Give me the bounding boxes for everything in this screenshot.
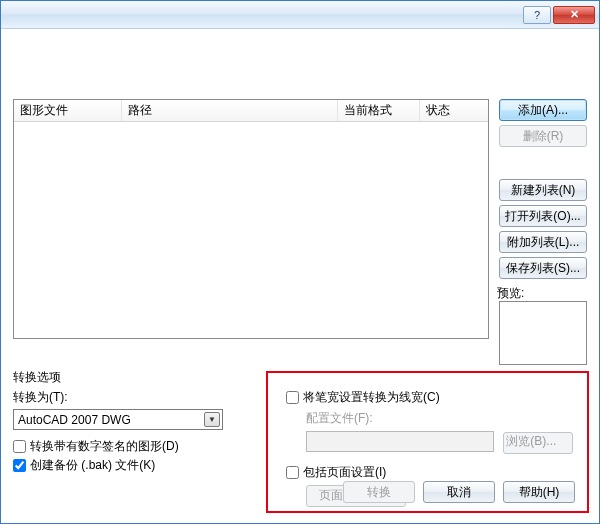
backup-label: 创建备份 (.bak) 文件(K) xyxy=(30,457,155,474)
include-page-label: 包括页面设置(I) xyxy=(303,464,386,481)
signed-checkbox-row[interactable]: 转换带有数字签名的图形(D) xyxy=(13,438,253,455)
signed-label: 转换带有数字签名的图形(D) xyxy=(30,438,179,455)
include-page-checkbox[interactable] xyxy=(286,466,299,479)
footer-buttons: 转换 取消 帮助(H) xyxy=(343,481,575,503)
preview-label: 预览: xyxy=(497,285,587,302)
remove-button: 删除(R) xyxy=(499,125,587,147)
convert-options: 转换选项 转换为(T): AutoCAD 2007 DWG ▼ 转换带有数字签名… xyxy=(13,369,253,476)
convert-button: 转换 xyxy=(343,481,415,503)
preview-box xyxy=(499,301,587,365)
config-file-input xyxy=(306,431,494,452)
title-bar: ? ✕ xyxy=(1,1,599,29)
penwidth-label: 将笔宽设置转换为线宽(C) xyxy=(303,389,440,406)
save-list-button[interactable]: 保存列表(S)... xyxy=(499,257,587,279)
col-path[interactable]: 路径 xyxy=(122,100,338,121)
convert-to-label: 转换为(T): xyxy=(13,389,253,406)
new-list-button[interactable]: 新建列表(N) xyxy=(499,179,587,201)
col-status[interactable]: 状态 xyxy=(420,100,488,121)
file-list-header: 图形文件 路径 当前格式 状态 xyxy=(14,100,488,122)
file-list[interactable]: 图形文件 路径 当前格式 状态 xyxy=(13,99,489,339)
close-button[interactable]: ✕ xyxy=(553,6,595,24)
client-area: 图形文件 路径 当前格式 状态 添加(A)... 删除(R) 新建列表(N) 打… xyxy=(1,29,599,523)
convert-to-combo[interactable]: AutoCAD 2007 DWG ▼ xyxy=(13,409,223,430)
append-list-button[interactable]: 附加列表(L)... xyxy=(499,231,587,253)
chevron-down-icon[interactable]: ▼ xyxy=(204,412,220,427)
col-format[interactable]: 当前格式 xyxy=(338,100,420,121)
dialog-window: ? ✕ 图形文件 路径 当前格式 状态 添加(A)... 删除(R) 新建列表(… xyxy=(0,0,600,524)
highlighted-settings: 将笔宽设置转换为线宽(C) 配置文件(F): 浏览(B)... 包括页面设置(I… xyxy=(266,371,589,513)
side-buttons: 添加(A)... 删除(R) 新建列表(N) 打开列表(O)... 附加列表(L… xyxy=(499,99,587,279)
cancel-button[interactable]: 取消 xyxy=(423,481,495,503)
add-button[interactable]: 添加(A)... xyxy=(499,99,587,121)
config-file-label: 配置文件(F): xyxy=(306,410,575,427)
help-footer-button[interactable]: 帮助(H) xyxy=(503,481,575,503)
convert-options-label: 转换选项 xyxy=(13,369,253,386)
backup-checkbox[interactable] xyxy=(13,459,26,472)
open-list-button[interactable]: 打开列表(O)... xyxy=(499,205,587,227)
signed-checkbox[interactable] xyxy=(13,440,26,453)
backup-checkbox-row[interactable]: 创建备份 (.bak) 文件(K) xyxy=(13,457,253,474)
convert-to-value: AutoCAD 2007 DWG xyxy=(18,413,131,427)
browse-button: 浏览(B)... xyxy=(503,432,573,454)
col-file[interactable]: 图形文件 xyxy=(14,100,122,121)
penwidth-checkbox-row[interactable]: 将笔宽设置转换为线宽(C) xyxy=(286,389,575,406)
include-page-checkbox-row[interactable]: 包括页面设置(I) xyxy=(286,464,575,481)
penwidth-checkbox[interactable] xyxy=(286,391,299,404)
help-button[interactable]: ? xyxy=(523,6,551,24)
